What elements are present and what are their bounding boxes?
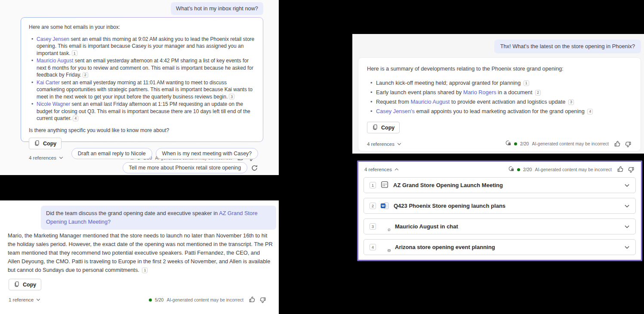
regenerate-icon[interactable]	[251, 164, 258, 172]
thumbs-down-button[interactable]	[627, 166, 635, 173]
meeting-chat-panel: Did the team discuss the grand opening d…	[0, 200, 279, 314]
chevron-down-icon[interactable]	[624, 223, 630, 231]
copy-button[interactable]: Copy	[9, 279, 41, 290]
copy-button[interactable]: Copy	[29, 138, 62, 149]
chevron-down-icon[interactable]	[624, 182, 630, 189]
suggestion-chip[interactable]: Tell me more about Phoenix retail store …	[123, 162, 247, 173]
person-avatar	[381, 243, 390, 252]
citation-badge[interactable]: 2	[83, 72, 88, 78]
copy-button[interactable]: Copy	[367, 122, 400, 133]
references-label: 4 references	[364, 167, 392, 172]
citation-badge[interactable]: 4	[587, 109, 593, 114]
references-toggle[interactable]: 4 references	[364, 167, 399, 172]
thumbs-down-button[interactable]	[624, 140, 632, 148]
suggestion-chips: Draft an email reply to Nicole When is m…	[71, 148, 258, 173]
citation-badge[interactable]: 1	[72, 50, 77, 56]
ai-disclaimer: AI-generated content may be incorrect	[166, 297, 243, 302]
summary-list: Launch kick-off meeting held; approval g…	[370, 78, 632, 116]
reference-list: 1 AZ Grand Store Opening Launch Meeting …	[358, 177, 641, 255]
chevron-down-icon	[397, 142, 401, 147]
person-link[interactable]: Casey Jensen's	[376, 108, 415, 114]
list-item: Mauricio August sent an email yesterday …	[31, 57, 255, 79]
references-toggle[interactable]: 1 reference	[9, 297, 40, 302]
usage-dot	[517, 168, 520, 171]
references-label: 1 reference	[9, 297, 34, 302]
chevron-down-icon[interactable]	[624, 243, 630, 251]
list-item: Request from Mauricio August to provide …	[370, 97, 632, 107]
reference-item-chat[interactable]: 3 Mauricio August in chat	[364, 219, 636, 234]
citation-badge[interactable]: 3	[568, 99, 574, 105]
phoenix-chat-panel: Thx! What's the latest on the store open…	[352, 34, 644, 154]
reference-title: Arizona store opening event planning	[395, 244, 495, 250]
thumbs-down-button[interactable]	[259, 296, 267, 304]
footer-meta: 5/20 AI-generated content may be incorre…	[149, 296, 267, 304]
copy-icon	[34, 140, 40, 148]
chevron-down-icon[interactable]	[624, 202, 630, 210]
person-link[interactable]: Mauricio August	[410, 99, 450, 105]
user-message-text: What's hot in my inbox right now?	[176, 5, 258, 12]
citation-badge[interactable]: 1	[524, 80, 529, 86]
ai-response-card: Here is a summary of developments relati…	[358, 57, 641, 151]
reference-number: 3	[370, 223, 376, 230]
citation-badge[interactable]: 2	[535, 90, 541, 95]
reference-item-meeting[interactable]: 1 AZ Grand Store Opening Launch Meeting	[364, 177, 636, 193]
citation-badge[interactable]: 1	[142, 268, 148, 273]
email-list: Casey Jensen sent an email this morning …	[31, 36, 255, 122]
chip-row: Tell me more about Phoenix retail store …	[123, 162, 258, 173]
usage-count: 5/20	[155, 297, 163, 302]
user-message: What's hot in my inbox right now?	[171, 2, 263, 15]
sender-link[interactable]: Kai Carter	[37, 80, 60, 86]
reference-number: 1	[370, 182, 376, 188]
privacy-lock-icon	[505, 140, 511, 148]
bullet-text: sent an email yesterday morning at 11:01…	[37, 80, 253, 100]
bullet-text: sent an email this morning at 9:02 AM as…	[37, 36, 254, 56]
reference-title: AZ Grand Store Opening Launch Meeting	[393, 182, 503, 188]
bullet-text: in a document	[496, 89, 534, 95]
word-doc-icon: W	[381, 202, 389, 209]
person-avatar	[381, 222, 390, 231]
footer-meta: 2/20 AI-generated content may be incorre…	[505, 140, 632, 148]
ai-answer: Mario, the Marketing Manager mentioned t…	[8, 231, 273, 274]
usage-count: 2/20	[523, 167, 532, 172]
list-item: Early launch event plans shared by Mario…	[370, 88, 632, 97]
user-message: Thx! What's the latest on the store open…	[494, 40, 641, 53]
copy-label: Copy	[43, 141, 56, 147]
references-toggle[interactable]: 4 references	[367, 142, 401, 147]
chevron-down-icon	[36, 297, 40, 302]
citation-badge[interactable]: 3	[229, 94, 234, 99]
response-outro: Is there anything specific you would lik…	[29, 127, 255, 134]
bullet-text: Launch kick-off meeting held; approval g…	[376, 80, 522, 86]
chevron-down-icon	[59, 155, 63, 160]
list-item: Launch kick-off meeting held; approval g…	[370, 78, 632, 88]
references-toggle[interactable]: 4 references	[29, 155, 63, 160]
reference-item-document[interactable]: 2 W Q423 Phoenix Store opening launch pl…	[364, 198, 636, 214]
thumbs-up-button[interactable]	[613, 140, 621, 148]
chevron-up-icon	[394, 167, 399, 172]
sender-link[interactable]: Casey Jensen	[37, 36, 69, 42]
suggestion-chip[interactable]: When is my next meeting with Casey?	[156, 148, 258, 159]
inbox-chat-panel: What's hot in my inbox right now? Here a…	[0, 0, 279, 175]
reference-number: 4	[370, 244, 376, 250]
copy-icon	[372, 124, 378, 132]
ai-response-card: Here are some hot emails in your inbox: …	[21, 17, 263, 142]
person-link[interactable]: Mario Rogers	[463, 89, 496, 95]
usage-count: 2/20	[520, 141, 529, 148]
reference-item-event[interactable]: 4 Arizona store opening event planning	[364, 239, 636, 255]
list-item: Nicole Wagner sent an email last Friday …	[31, 101, 255, 122]
response-intro: Here are some hot emails in your inbox:	[29, 24, 255, 31]
list-item: Casey Jensen's email appoints you to lea…	[370, 107, 632, 116]
thumbs-up-button[interactable]	[248, 296, 256, 304]
citation-badge[interactable]: 4	[73, 116, 78, 121]
reference-number: 2	[370, 203, 376, 209]
calendar-icon	[381, 181, 388, 190]
copy-icon	[14, 281, 20, 289]
thumbs-up-button[interactable]	[616, 166, 624, 173]
sender-link[interactable]: Nicole Wagner	[37, 101, 70, 107]
message-footer: 1 reference 5/20 AI-generated content ma…	[9, 296, 267, 304]
sender-link[interactable]: Mauricio August	[37, 58, 73, 64]
suggestion-chip[interactable]: Draft an email reply to Nicole	[71, 148, 152, 159]
references-panel: 4 references 2/20 AI-generated content m…	[357, 160, 642, 261]
email-badge-icon	[387, 248, 391, 253]
footer-meta: 2/20 AI-generated content may be incorre…	[508, 166, 635, 173]
bullet-text: Early launch event plans shared by	[376, 89, 463, 95]
